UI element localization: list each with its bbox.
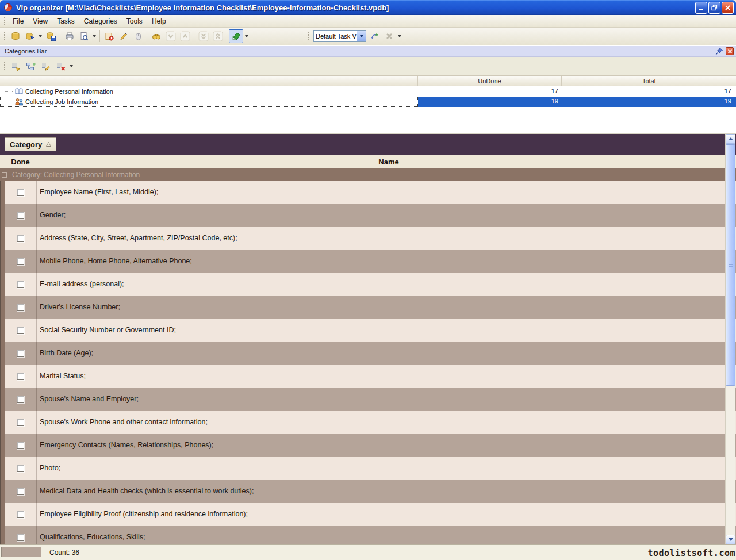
category-label: Collecting Personal Information: [25, 88, 113, 95]
pin-icon[interactable]: [715, 47, 723, 55]
task-label: E-mail address (personal);: [37, 273, 736, 296]
restore-button[interactable]: [708, 2, 720, 14]
print-button[interactable]: [62, 29, 76, 43]
task-done-cell: [1, 480, 37, 503]
task-row[interactable]: Marital Status;: [1, 365, 736, 388]
task-view-combobox[interactable]: Default Task V: [313, 30, 366, 42]
task-checkbox-icon[interactable]: [17, 350, 24, 357]
group-by-category-button[interactable]: Category: [5, 137, 56, 151]
category-row[interactable]: Collecting Personal Information1717: [0, 86, 736, 97]
menu-help[interactable]: Help: [147, 16, 171, 27]
edit-category-button[interactable]: [38, 59, 53, 74]
categories-grid: UnDone Total Collecting Personal Informa…: [0, 76, 736, 134]
toolbar-grip[interactable]: [3, 32, 6, 41]
minimize-button[interactable]: [695, 2, 707, 14]
move-up-button[interactable]: [178, 29, 192, 43]
drag-task-button[interactable]: [131, 29, 145, 43]
task-row[interactable]: Employee Eligibility Proof (citizenship …: [1, 503, 736, 526]
scroll-up-icon[interactable]: [726, 134, 735, 144]
new-database-button[interactable]: [8, 29, 22, 43]
task-row[interactable]: Medical Data and Health checks (which is…: [1, 480, 736, 503]
task-row[interactable]: E-mail address (personal);: [1, 273, 736, 296]
task-checkbox-icon[interactable]: [17, 258, 24, 265]
move-to-bottom-button[interactable]: [196, 29, 210, 43]
toolbar-grip[interactable]: [308, 32, 310, 41]
task-checkbox-icon[interactable]: [17, 396, 24, 403]
add-subcategory-button[interactable]: [23, 59, 38, 74]
menu-categories[interactable]: Categories: [79, 16, 122, 27]
move-to-top-button[interactable]: [210, 29, 225, 43]
task-row[interactable]: Mobile Phone, Home Phone, Alternative Ph…: [1, 250, 736, 273]
task-row[interactable]: Gender;: [1, 204, 736, 227]
new-category-button[interactable]: [8, 59, 23, 74]
delete-view-button[interactable]: [382, 29, 396, 43]
menu-file[interactable]: File: [8, 16, 28, 27]
task-row[interactable]: Spouse's Name and Employer;: [1, 388, 736, 411]
task-row[interactable]: Driver's License Number;: [1, 296, 736, 319]
task-label: Employee Name (First, Last, Middle);: [37, 181, 736, 204]
task-checkbox-icon[interactable]: [17, 212, 24, 219]
categories-toolbar-options-icon[interactable]: [70, 65, 73, 67]
task-row[interactable]: Photo;: [1, 457, 736, 480]
category-name-cell[interactable]: Collecting Personal Information: [0, 86, 418, 97]
category-column-header[interactable]: [0, 76, 418, 86]
group-row[interactable]: Category: Collecting Personal Informatio…: [0, 169, 736, 181]
scrollbar-thumb[interactable]: [726, 144, 735, 386]
name-column-header[interactable]: Name: [41, 155, 736, 168]
edit-task-button[interactable]: [116, 29, 131, 43]
vertical-scrollbar[interactable]: [725, 134, 735, 544]
task-checkbox-icon[interactable]: [17, 488, 24, 495]
move-down-button[interactable]: [163, 29, 178, 43]
toolbar-grip[interactable]: [3, 17, 6, 26]
save-database-button[interactable]: [44, 29, 58, 43]
apply-view-button[interactable]: [367, 29, 382, 43]
collapse-group-icon[interactable]: [2, 172, 7, 178]
task-checkbox-icon[interactable]: [17, 373, 24, 380]
task-checkbox-icon[interactable]: [17, 189, 24, 196]
new-task-button[interactable]: [102, 29, 116, 43]
categories-toolbar: [0, 57, 736, 76]
scroll-down-icon[interactable]: [726, 535, 735, 544]
task-checkbox-icon[interactable]: [17, 281, 24, 288]
total-column-header[interactable]: Total: [562, 76, 736, 86]
task-checkbox-icon[interactable]: [17, 419, 24, 426]
category-row[interactable]: Collecting Job Information1919: [0, 97, 736, 107]
toolbar-grip[interactable]: [3, 62, 6, 71]
done-column-header[interactable]: Done: [0, 155, 41, 168]
task-row[interactable]: Address (State, City, Street, Apartment,…: [1, 227, 736, 250]
task-done-cell: [1, 503, 37, 526]
task-view-mode-button[interactable]: [229, 29, 243, 43]
undone-column-header[interactable]: UnDone: [418, 76, 562, 86]
group-row-label: Category: Collecting Personal Informatio…: [12, 171, 140, 179]
task-checkbox-icon[interactable]: [17, 534, 24, 541]
print-dropdown-icon[interactable]: [93, 35, 96, 37]
task-checkbox-icon[interactable]: [17, 511, 24, 518]
view-toolbar-options-icon[interactable]: [398, 35, 401, 37]
task-row[interactable]: Emergency Contacts (Names, Relationships…: [1, 434, 736, 457]
menu-tasks[interactable]: Tasks: [52, 16, 79, 27]
open-database-button[interactable]: [22, 29, 37, 43]
task-checkbox-icon[interactable]: [17, 465, 24, 472]
view-mode-dropdown-icon[interactable]: [245, 35, 248, 37]
task-row[interactable]: Qualifications, Educations, Skills;: [1, 526, 736, 544]
task-checkbox-icon[interactable]: [17, 327, 24, 334]
delete-category-button[interactable]: [53, 59, 68, 74]
task-checkbox-icon[interactable]: [17, 235, 24, 242]
task-checkbox-icon[interactable]: [17, 304, 24, 311]
task-row[interactable]: Employee Name (First, Last, Middle);: [1, 181, 736, 204]
find-button[interactable]: [149, 29, 163, 43]
category-name-cell[interactable]: Collecting Job Information: [0, 97, 418, 107]
close-button[interactable]: [722, 2, 734, 14]
task-row[interactable]: Birth Date (Age);: [1, 342, 736, 365]
task-row[interactable]: Social Security Number or Government ID;: [1, 319, 736, 342]
combobox-dropdown-icon[interactable]: [356, 31, 366, 41]
category-label: Collecting Job Information: [25, 98, 98, 105]
panel-close-icon[interactable]: [726, 47, 734, 55]
task-row[interactable]: Spouse's Work Phone and other contact in…: [1, 411, 736, 434]
menu-view[interactable]: View: [28, 16, 52, 27]
task-checkbox-icon[interactable]: [17, 442, 24, 449]
open-database-dropdown-icon[interactable]: [39, 35, 42, 37]
print-preview-button[interactable]: [76, 29, 91, 43]
group-by-band: Category: [0, 134, 736, 155]
menu-tools[interactable]: Tools: [122, 16, 147, 27]
